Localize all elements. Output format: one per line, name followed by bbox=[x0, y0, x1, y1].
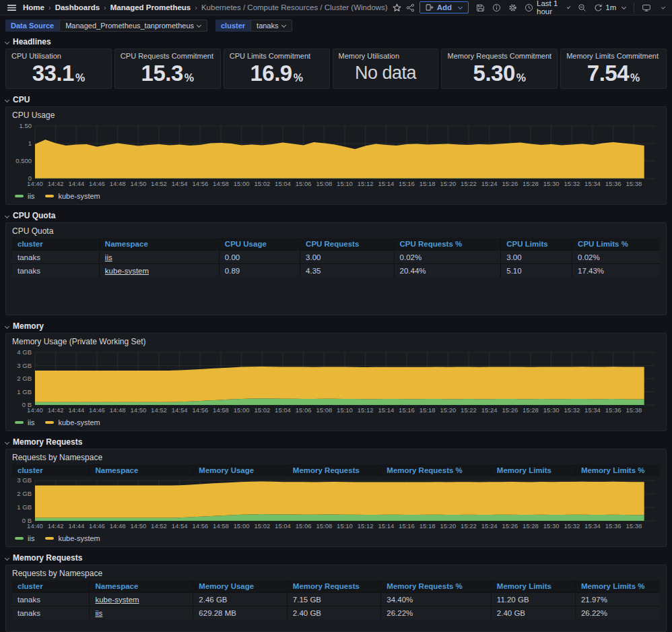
x-tick-label: 15:22 bbox=[461, 522, 477, 530]
y-tick-label: 1 GB bbox=[17, 503, 32, 511]
stat-panel: CPU Requests Commitment15.3% bbox=[114, 49, 221, 89]
column-header[interactable]: Namespace bbox=[90, 580, 193, 592]
x-tick-label: 14:48 bbox=[110, 180, 126, 187]
column-header[interactable]: Memory Limits bbox=[492, 464, 576, 476]
column-header[interactable]: CPU Requests % bbox=[395, 238, 502, 250]
memory-requests-chart[interactable]: 14:4014:4214:4414:4614:4814:5014:5214:54… bbox=[12, 476, 660, 531]
column-header[interactable]: Memory Limits % bbox=[576, 464, 660, 476]
x-tick-label: 15:06 bbox=[296, 180, 312, 187]
legend-swatch bbox=[15, 537, 24, 540]
column-header[interactable]: Memory Requests % bbox=[381, 464, 492, 476]
panel-title: Requests by Namespace bbox=[12, 569, 660, 580]
x-tick-label: 15:34 bbox=[584, 522, 601, 530]
stat-value: 33.1% bbox=[11, 60, 106, 86]
row-header-memory[interactable]: Memory bbox=[5, 319, 667, 333]
zoom-out-icon[interactable] bbox=[578, 3, 586, 12]
column-header[interactable]: CPU Requests bbox=[300, 238, 394, 250]
row-header-cpu-quota[interactable]: CPU Quota bbox=[5, 209, 667, 222]
cpu-usage-chart[interactable]: 14:4014:4214:4414:4614:4814:5014:5214:54… bbox=[12, 122, 660, 189]
chevron-down-icon[interactable] bbox=[661, 5, 665, 9]
breadcrumb-item[interactable]: Home bbox=[23, 3, 44, 11]
menu-icon[interactable] bbox=[5, 1, 18, 14]
namespace-link[interactable]: iis bbox=[105, 253, 112, 261]
column-header[interactable]: Memory Requests % bbox=[381, 580, 492, 592]
save-icon[interactable] bbox=[476, 3, 485, 12]
table-cell: 0.02% bbox=[572, 251, 660, 263]
info-icon[interactable] bbox=[492, 3, 501, 12]
legend-item-kube-system[interactable]: kube-system bbox=[45, 192, 100, 200]
legend-item-iis[interactable]: iis bbox=[15, 418, 34, 426]
add-button[interactable]: Add bbox=[419, 1, 469, 13]
row-header-headlines[interactable]: Headlines bbox=[5, 35, 667, 49]
breadcrumb-item[interactable]: Managed Prometheus bbox=[110, 3, 191, 11]
dashboard-variables-bar: Data Source Managed_Prometheus_tanpromet… bbox=[0, 15, 672, 35]
time-range-picker[interactable]: Last 1 hour bbox=[525, 0, 570, 15]
x-tick-label: 15:14 bbox=[378, 406, 394, 414]
chevron-down-icon bbox=[567, 5, 571, 9]
table-cell: 17.43% bbox=[572, 264, 660, 277]
breadcrumb-item[interactable]: Dashboards bbox=[55, 3, 100, 11]
namespace-link[interactable]: iis bbox=[95, 609, 102, 617]
x-tick-label: 15:14 bbox=[378, 180, 394, 187]
legend-item-kube-system[interactable]: kube-system bbox=[45, 534, 100, 542]
x-tick-label: 15:12 bbox=[358, 522, 374, 530]
cluster-variable: cluster tanaks bbox=[215, 20, 292, 32]
stat-title: CPU Utilisation bbox=[11, 52, 106, 60]
monitor-icon[interactable] bbox=[642, 3, 651, 12]
column-header[interactable]: cluster bbox=[12, 464, 90, 476]
column-header[interactable]: Namespace bbox=[90, 464, 193, 476]
column-header[interactable]: Memory Usage bbox=[193, 580, 287, 592]
column-header[interactable]: Memory Usage bbox=[193, 464, 287, 476]
namespace-link[interactable]: kube-system bbox=[95, 596, 139, 604]
stat-value: 16.9% bbox=[230, 60, 324, 86]
x-tick-label: 15:18 bbox=[419, 406, 436, 414]
column-header[interactable]: CPU Limits % bbox=[572, 238, 660, 250]
column-header[interactable]: Namespace bbox=[100, 238, 220, 250]
datasource-select[interactable]: Managed_Prometheus_tanprometheus bbox=[59, 20, 207, 32]
column-header[interactable]: cluster bbox=[12, 238, 100, 250]
column-header[interactable]: CPU Usage bbox=[220, 238, 300, 250]
column-header[interactable]: Memory Requests bbox=[288, 580, 381, 592]
x-tick-label: 15:22 bbox=[461, 180, 477, 187]
column-header[interactable]: Memory Limits bbox=[492, 580, 576, 592]
x-tick-label: 14:44 bbox=[68, 180, 84, 187]
x-tick-label: 15:36 bbox=[605, 522, 621, 530]
table-cell: 0.02% bbox=[395, 251, 502, 263]
row-header-cpu[interactable]: CPU bbox=[5, 93, 667, 106]
cluster-select[interactable]: tanaks bbox=[250, 20, 292, 32]
y-tick-label: 0 bbox=[28, 175, 32, 182]
x-tick-label: 15:30 bbox=[543, 522, 560, 530]
row-header-memory-requests[interactable]: Memory Requests bbox=[5, 435, 667, 449]
x-tick-label: 15:02 bbox=[254, 406, 270, 414]
namespace-link[interactable]: kube-system bbox=[105, 267, 149, 275]
column-header[interactable]: CPU Limits bbox=[501, 238, 572, 250]
legend-item-iis[interactable]: iis bbox=[15, 534, 34, 542]
x-tick-label: 14:42 bbox=[48, 522, 64, 530]
panel-add-icon bbox=[426, 3, 434, 11]
x-tick-label: 15:20 bbox=[440, 180, 456, 187]
gear-icon[interactable] bbox=[508, 3, 517, 12]
x-tick-label: 15:30 bbox=[543, 180, 560, 187]
column-header[interactable]: Memory Requests bbox=[288, 464, 381, 476]
x-tick-label: 14:56 bbox=[192, 180, 208, 187]
star-icon[interactable] bbox=[393, 3, 401, 12]
share-icon[interactable] bbox=[406, 3, 415, 12]
legend-label: iis bbox=[28, 534, 34, 542]
x-tick-label: 15:24 bbox=[481, 180, 498, 187]
table-cell: tanaks bbox=[12, 251, 100, 263]
memory-usage-panel: Memory Usage (Private Working Set) 14:40… bbox=[5, 333, 667, 431]
x-tick-label: 15:34 bbox=[584, 406, 601, 414]
legend-item-kube-system[interactable]: kube-system bbox=[45, 418, 100, 426]
memory-usage-chart[interactable]: 14:4014:4214:4414:4614:4814:5014:5214:54… bbox=[12, 348, 660, 415]
x-tick-label: 14:52 bbox=[151, 406, 167, 414]
column-header[interactable]: Memory Limits % bbox=[576, 580, 660, 592]
legend-swatch bbox=[15, 421, 24, 424]
table-cell: 0.89 bbox=[220, 264, 300, 277]
column-header[interactable]: cluster bbox=[12, 580, 90, 592]
row-header-memory-requests-2[interactable]: Memory Requests bbox=[5, 551, 667, 565]
table-cell: 2.40 GB bbox=[288, 606, 381, 619]
refresh-picker[interactable]: 1m bbox=[594, 3, 626, 12]
legend-item-iis[interactable]: iis bbox=[15, 192, 34, 200]
series-area-iis bbox=[35, 179, 644, 179]
legend-swatch bbox=[45, 195, 54, 197]
